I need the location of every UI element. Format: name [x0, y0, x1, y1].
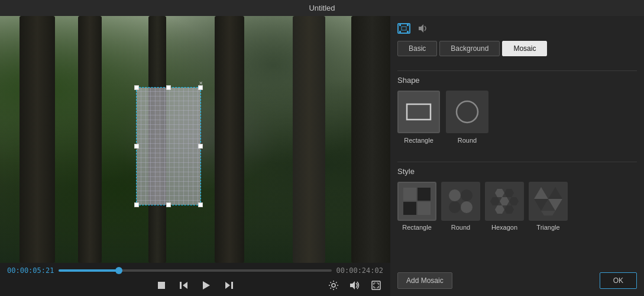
- svg-rect-18: [403, 188, 416, 201]
- handle-top-mid[interactable]: [166, 85, 171, 90]
- shape-option-round[interactable]: Round: [446, 91, 488, 144]
- svg-marker-36: [548, 199, 562, 211]
- prev-frame-icon: [179, 281, 189, 289]
- style-round-svg: [446, 187, 475, 215]
- style-hexagon-svg: [490, 187, 519, 215]
- style-triangle-box: [529, 182, 568, 221]
- seek-bar[interactable]: [59, 269, 331, 272]
- svg-marker-37: [541, 211, 555, 215]
- settings-button[interactable]: [326, 278, 341, 292]
- shape-rectangle-label: Rectangle: [404, 137, 433, 144]
- settings-icon: [328, 280, 339, 291]
- svg-marker-35: [534, 199, 548, 211]
- handle-mid-left[interactable]: [134, 144, 139, 149]
- tab-basic[interactable]: Basic: [397, 41, 437, 56]
- style-rectangle-box: [397, 182, 436, 221]
- svg-rect-0: [158, 282, 165, 289]
- style-section: Style Rectangle: [397, 167, 637, 240]
- style-options: Rectangle Round: [397, 182, 637, 231]
- tree-trunk-4: [215, 16, 244, 263]
- style-hexagon-box: [485, 182, 524, 221]
- style-option-rectangle[interactable]: Rectangle: [397, 182, 436, 231]
- handle-mid-right[interactable]: [198, 144, 203, 149]
- play-button[interactable]: [199, 278, 213, 292]
- stop-icon: [157, 281, 166, 289]
- svg-marker-3: [203, 281, 210, 289]
- tree-trunk-1: [20, 16, 55, 263]
- handle-bot-left[interactable]: [134, 202, 139, 207]
- style-option-hexagon[interactable]: Hexagon: [485, 182, 524, 231]
- shape-label: Shape: [397, 76, 637, 85]
- tab-background[interactable]: Background: [439, 41, 500, 56]
- playback-controls: [7, 278, 383, 292]
- svg-point-17: [457, 101, 478, 123]
- svg-rect-10: [399, 24, 401, 26]
- current-time: 00:00:05:21: [7, 266, 54, 275]
- svg-rect-19: [418, 188, 431, 201]
- panel-header: [397, 23, 637, 34]
- tree-trunk-2: [78, 16, 102, 263]
- shape-options: Rectangle Round: [397, 91, 637, 144]
- controls-bar: 00:00:05:21 00:00:24:02: [0, 263, 390, 296]
- handle-bot-mid[interactable]: [166, 202, 171, 207]
- svg-marker-1: [183, 282, 187, 289]
- tab-mosaic[interactable]: Mosaic: [502, 41, 547, 56]
- svg-marker-7: [350, 281, 355, 289]
- svg-marker-33: [534, 187, 548, 199]
- handle-top-left[interactable]: [134, 85, 139, 90]
- svg-rect-2: [180, 282, 182, 289]
- film-icon: [397, 23, 410, 34]
- fullscreen-button[interactable]: [369, 278, 383, 292]
- mosaic-close[interactable]: ×: [199, 79, 203, 86]
- svg-rect-16: [407, 104, 431, 120]
- ok-button[interactable]: OK: [600, 272, 637, 289]
- video-area: ×: [0, 16, 390, 263]
- total-time: 00:00:24:02: [336, 266, 383, 275]
- timeline-row: 00:00:05:21 00:00:24:02: [7, 266, 383, 275]
- svg-point-25: [461, 201, 473, 213]
- film-reel-icon: [397, 23, 410, 34]
- next-frame-button[interactable]: [222, 278, 236, 292]
- shape-round-label: Round: [458, 137, 477, 144]
- svg-marker-15: [419, 24, 423, 33]
- audio-icon: [418, 23, 429, 34]
- volume-button[interactable]: [348, 278, 362, 292]
- style-option-triangle[interactable]: Triangle: [529, 182, 568, 231]
- style-label: Style: [397, 167, 637, 176]
- play-icon: [202, 281, 211, 290]
- handle-bot-right[interactable]: [198, 202, 203, 207]
- svg-rect-13: [407, 31, 409, 33]
- svg-marker-34: [548, 187, 562, 199]
- shape-round-box: [446, 91, 488, 133]
- main-content: × 00:00:05:21 00:00:24:02: [0, 16, 644, 296]
- right-icons: [326, 278, 383, 292]
- next-frame-icon: [224, 281, 234, 289]
- svg-rect-11: [407, 24, 409, 26]
- svg-rect-20: [403, 202, 416, 215]
- add-mosaic-button[interactable]: Add Mosaic: [397, 272, 452, 289]
- tab-group: Basic Background Mosaic: [397, 41, 637, 56]
- mosaic-pixels: [137, 88, 200, 205]
- prev-frame-button[interactable]: [177, 278, 191, 292]
- shape-rectangle-box: [397, 91, 440, 133]
- video-panel: × 00:00:05:21 00:00:24:02: [0, 16, 390, 296]
- bottom-actions: Add Mosaic OK: [397, 266, 637, 289]
- svg-rect-12: [399, 31, 401, 33]
- seek-fill: [59, 269, 118, 272]
- style-round-label: Round: [451, 224, 470, 231]
- speaker-icon: [418, 23, 429, 34]
- svg-marker-30: [509, 197, 519, 205]
- style-triangle-svg: [534, 187, 562, 215]
- shape-option-rectangle[interactable]: Rectangle: [397, 91, 440, 144]
- svg-point-23: [461, 189, 473, 201]
- svg-marker-27: [504, 189, 514, 197]
- stop-button[interactable]: [154, 278, 169, 292]
- style-option-round[interactable]: Round: [441, 182, 480, 231]
- shape-section: Shape Rectangle: [397, 76, 637, 155]
- rectangle-shape-svg: [406, 103, 432, 121]
- seek-thumb[interactable]: [115, 267, 122, 274]
- style-hexagon-label: Hexagon: [491, 224, 517, 231]
- round-shape-svg: [454, 99, 480, 125]
- style-triangle-label: Triangle: [536, 224, 559, 231]
- mosaic-overlay[interactable]: ×: [136, 87, 201, 205]
